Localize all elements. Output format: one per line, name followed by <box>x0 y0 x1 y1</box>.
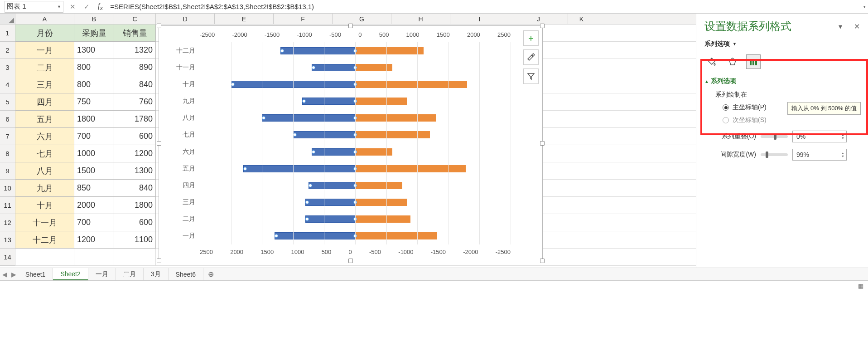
gap-slider[interactable] <box>761 153 788 156</box>
chart-styles-button[interactable] <box>523 49 539 65</box>
confirm-icon[interactable]: ✓ <box>84 3 90 11</box>
tab-nav-prev[interactable]: ◀ <box>0 271 9 278</box>
cell[interactable]: 十二月 <box>15 231 74 249</box>
select-all-corner[interactable] <box>0 14 15 24</box>
cell[interactable]: 五月 <box>15 111 74 128</box>
bar-series-1[interactable] <box>275 232 355 239</box>
chevron-down-icon[interactable]: ▼ <box>733 42 737 46</box>
chart-elements-button[interactable]: ＋ <box>523 30 539 46</box>
panel-subtitle[interactable]: 系列选项 <box>704 40 730 48</box>
cell[interactable]: 1100 <box>114 231 156 249</box>
resize-handle[interactable] <box>348 259 353 263</box>
series-options-icon[interactable] <box>746 54 761 69</box>
cancel-icon[interactable]: ✕ <box>70 3 76 11</box>
tab-nav-next[interactable]: ▶ <box>9 271 18 278</box>
cell[interactable]: 840 <box>114 180 156 197</box>
cell[interactable]: 1780 <box>114 111 156 128</box>
chart-filter-button[interactable] <box>523 68 539 84</box>
cell[interactable]: 采购量 <box>74 24 114 42</box>
bar-series-1[interactable] <box>262 114 355 122</box>
col-header[interactable]: I <box>450 14 509 24</box>
selection-handle[interactable] <box>302 99 306 103</box>
bar-series-2[interactable] <box>355 215 410 223</box>
cell[interactable]: 890 <box>114 59 156 76</box>
col-header[interactable]: C <box>114 14 156 24</box>
bar-series-1[interactable] <box>312 64 355 71</box>
bar-series-1[interactable] <box>305 215 355 223</box>
row-header[interactable]: 3 <box>0 59 15 76</box>
cell[interactable]: 1300 <box>114 162 156 180</box>
row-header[interactable]: 14 <box>0 249 15 266</box>
secondary-axis-radio[interactable]: 次坐标轴(S) <box>723 116 860 124</box>
panel-close-icon[interactable]: ✕ <box>854 22 860 31</box>
bar-series-1[interactable] <box>243 165 355 172</box>
bar-series-2[interactable] <box>355 232 437 239</box>
bar-series-1[interactable] <box>305 199 355 206</box>
row-header[interactable]: 6 <box>0 111 15 128</box>
cell[interactable]: 九月 <box>15 180 74 197</box>
bar-series-2[interactable] <box>355 199 407 206</box>
row-header[interactable]: 11 <box>0 197 15 214</box>
cell[interactable]: 700 <box>74 128 114 145</box>
section-header[interactable]: 系列选项 <box>711 77 736 85</box>
row-header[interactable]: 5 <box>0 93 15 111</box>
chevron-down-icon[interactable]: ▼ <box>57 5 61 9</box>
cell[interactable]: 销售量 <box>114 24 156 42</box>
spin-down-icon[interactable]: ▼ <box>841 137 844 140</box>
cell[interactable]: 1000 <box>74 145 114 162</box>
bar-series-2[interactable] <box>355 165 466 172</box>
cell[interactable]: 月份 <box>15 24 74 42</box>
resize-handle[interactable] <box>540 259 545 263</box>
row-header[interactable]: 8 <box>0 145 15 162</box>
spin-up-icon[interactable]: ▲ <box>841 133 844 137</box>
cell[interactable]: 760 <box>114 93 156 111</box>
formula-expand-icon[interactable]: ▾ <box>861 0 868 13</box>
bar-series-2[interactable] <box>355 114 436 122</box>
row-header[interactable]: 10 <box>0 180 15 197</box>
row-header[interactable]: 13 <box>0 231 15 249</box>
row-header[interactable]: 4 <box>0 76 15 93</box>
cell[interactable]: 800 <box>74 76 114 93</box>
cell[interactable]: 750 <box>74 93 114 111</box>
cell[interactable]: 1200 <box>74 231 114 249</box>
row-header[interactable]: 9 <box>0 162 15 180</box>
cell[interactable]: 一月 <box>15 42 74 59</box>
cell[interactable]: 700 <box>74 214 114 231</box>
formula-input[interactable]: =SERIES(Sheet2!$B$1,Sheet2!$A$2:$A$13,Sh… <box>107 0 861 13</box>
selection-handle[interactable] <box>243 167 247 171</box>
spin-up-icon[interactable]: ▲ <box>841 151 844 155</box>
cell[interactable]: 600 <box>114 128 156 145</box>
bar-series-2[interactable] <box>355 47 424 54</box>
selection-handle[interactable] <box>231 83 235 86</box>
sheet-tab[interactable]: 一月 <box>88 268 116 280</box>
bar-series-1[interactable] <box>312 148 355 156</box>
overlap-slider[interactable] <box>761 135 788 138</box>
resize-handle[interactable] <box>157 141 161 146</box>
cell[interactable]: 二月 <box>15 59 74 76</box>
view-normal-icon[interactable]: ▦ <box>858 283 863 289</box>
cell[interactable]: 三月 <box>15 76 74 93</box>
cell[interactable]: 十一月 <box>15 214 74 231</box>
selection-handle[interactable] <box>309 184 312 187</box>
col-header[interactable]: J <box>509 14 568 24</box>
col-header[interactable]: B <box>74 14 114 24</box>
bar-series-2[interactable] <box>355 182 402 189</box>
bar-series-2[interactable] <box>355 148 392 156</box>
resize-handle[interactable] <box>157 259 161 263</box>
col-header[interactable]: K <box>568 14 595 24</box>
cell[interactable]: 四月 <box>15 93 74 111</box>
cell[interactable]: 六月 <box>15 128 74 145</box>
cell[interactable]: 840 <box>114 76 156 93</box>
cell[interactable]: 十月 <box>15 197 74 214</box>
cell[interactable]: 七月 <box>15 145 74 162</box>
bar-series-2[interactable] <box>355 131 430 138</box>
panel-dropdown-icon[interactable]: ▾ <box>839 22 842 31</box>
sheet-tab[interactable]: Sheet2 <box>53 268 88 280</box>
cell[interactable]: 1320 <box>114 42 156 59</box>
sheet-tab[interactable]: 二月 <box>116 268 144 280</box>
resize-handle[interactable] <box>157 24 161 28</box>
col-header[interactable]: H <box>391 14 450 24</box>
chart-plot-area[interactable]: -2500-2000-1500-1000-5000500100015002000… <box>164 30 515 256</box>
bar-series-1[interactable] <box>309 182 355 189</box>
sheet-tab[interactable]: Sheet6 <box>169 268 203 280</box>
